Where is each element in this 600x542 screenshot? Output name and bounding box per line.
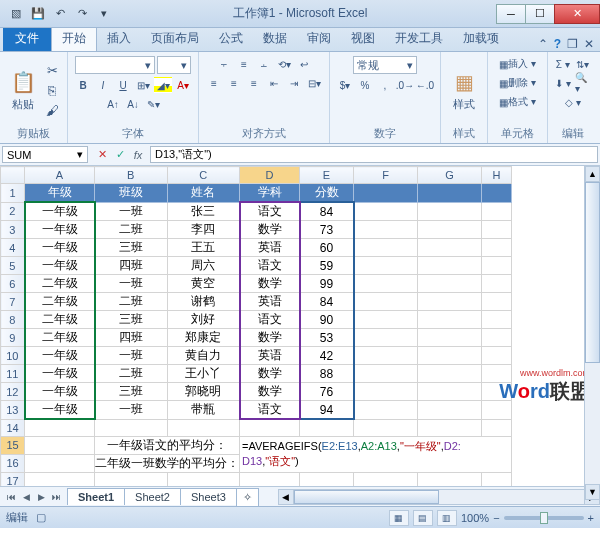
cell[interactable]: 分数 [300,184,354,203]
cell[interactable]: 二班 [95,293,168,311]
cell[interactable]: 郭晓明 [167,383,240,401]
cell[interactable]: 黄自力 [167,347,240,365]
tab-data[interactable]: 数据 [253,26,297,51]
row-header[interactable]: 9 [1,329,25,347]
cell[interactable]: 姓名 [167,184,240,203]
grow-font-icon[interactable]: A↑ [104,96,122,112]
cell[interactable]: 谢鹤 [167,293,240,311]
cell[interactable]: 数学 [240,383,300,401]
cell[interactable]: 语文 [240,257,300,275]
vertical-scrollbar[interactable]: ▲ ▼ [584,166,600,500]
row-header[interactable]: 4 [1,239,25,257]
cell[interactable]: 英语 [240,239,300,257]
page-layout-view-icon[interactable]: ▤ [413,510,433,526]
select-all-corner[interactable] [1,167,25,184]
cell[interactable] [354,311,418,329]
styles-button[interactable]: ▦ 样式 [447,67,481,114]
worksheet-grid[interactable]: A B C D E F G H 1 年级 班级 姓名 学科 分数 2 一年级 一… [0,166,600,486]
number-format-select[interactable]: 常规▾ [353,56,417,74]
name-box-dropdown-icon[interactable]: ▾ [77,148,83,161]
file-tab[interactable]: 文件 [3,26,51,51]
cell[interactable]: 周六 [167,257,240,275]
sheet-nav-first-icon[interactable]: ⏮ [4,492,18,502]
cell[interactable] [354,329,418,347]
active-cell-formula[interactable]: =AVERAGEIFS(E2:E13,A2:A13,"一年级",D2:D13,"… [240,436,512,472]
cell[interactable]: 一年级 [25,401,95,420]
row-header[interactable]: 5 [1,257,25,275]
cell[interactable]: 四班 [95,257,168,275]
shrink-font-icon[interactable]: A↓ [124,96,142,112]
row-header[interactable]: 2 [1,202,25,221]
cell[interactable]: 数学 [240,275,300,293]
increase-indent-icon[interactable]: ⇥ [285,75,303,91]
cell[interactable]: 一年级 [25,347,95,365]
row-header[interactable]: 8 [1,311,25,329]
cell[interactable] [482,184,512,203]
cell[interactable]: 王小丫 [167,365,240,383]
row-header[interactable]: 1 [1,184,25,203]
zoom-in-icon[interactable]: + [588,512,594,524]
cell[interactable]: 英语 [240,347,300,365]
tab-insert[interactable]: 插入 [97,26,141,51]
cell[interactable]: 二年级 [25,329,95,347]
col-header-F[interactable]: F [354,167,418,184]
cell[interactable]: 年级 [25,184,95,203]
font-color-button[interactable]: A▾ [174,77,192,93]
align-left-icon[interactable]: ≡ [205,75,223,91]
tab-page-layout[interactable]: 页面布局 [141,26,209,51]
cell[interactable]: 数学 [240,365,300,383]
cell[interactable]: 一班 [95,202,168,221]
row-header[interactable]: 11 [1,365,25,383]
cell[interactable]: 二班 [95,365,168,383]
cell[interactable] [482,257,512,275]
decrease-decimal-icon[interactable]: ←.0 [416,77,434,93]
cell[interactable]: 李四 [167,221,240,239]
excel-icon[interactable]: ▧ [6,4,26,24]
sheet-nav-last-icon[interactable]: ⏭ [49,492,63,502]
cell[interactable]: 一年级 [25,257,95,275]
autosum-button[interactable]: Σ ▾ [554,56,572,72]
col-header-C[interactable]: C [167,167,240,184]
cell[interactable]: 一年级 [25,239,95,257]
cell[interactable]: 二年级一班数学的平均分： [95,454,240,472]
copy-icon[interactable]: ⎘ [43,81,61,99]
minimize-ribbon-icon[interactable]: ⌃ [538,37,548,51]
decrease-indent-icon[interactable]: ⇤ [265,75,283,91]
cell[interactable] [354,257,418,275]
row-header[interactable]: 14 [1,419,25,436]
zoom-out-icon[interactable]: − [493,512,499,524]
scroll-thumb[interactable] [585,182,600,363]
cell[interactable] [354,184,418,203]
maximize-button[interactable]: ☐ [525,4,555,24]
comma-icon[interactable]: , [376,77,394,93]
tab-developer[interactable]: 开发工具 [385,26,453,51]
col-header-B[interactable]: B [95,167,168,184]
cell[interactable] [354,275,418,293]
cell[interactable] [418,383,482,401]
cell[interactable]: 一年级 [25,365,95,383]
cell[interactable] [418,221,482,239]
cell[interactable]: 郑康定 [167,329,240,347]
row-header[interactable]: 16 [1,454,25,472]
find-button[interactable]: 🔍▾ [574,75,592,91]
formula-input[interactable]: D13,"语文") [150,146,598,163]
cell[interactable] [482,275,512,293]
cell[interactable] [482,311,512,329]
fx-icon[interactable]: fx [130,149,146,161]
cell[interactable]: 53 [300,329,354,347]
row-header[interactable]: 10 [1,347,25,365]
font-size-select[interactable]: ▾ [157,56,191,74]
cell[interactable]: 黄空 [167,275,240,293]
align-bottom-icon[interactable]: ⫠ [255,56,273,72]
close-button[interactable]: ✕ [554,4,600,24]
normal-view-icon[interactable]: ▦ [389,510,409,526]
qat-dropdown-icon[interactable]: ▾ [94,4,114,24]
tab-addins[interactable]: 加载项 [453,26,509,51]
row-header[interactable]: 15 [1,436,25,454]
cell[interactable]: 76 [300,383,354,401]
font-name-select[interactable]: ▾ [75,56,155,74]
cancel-formula-icon[interactable]: ✕ [94,148,110,161]
sheet-nav-prev-icon[interactable]: ◀ [19,492,33,502]
format-cells-button[interactable]: ▦ 格式 ▾ [494,94,541,110]
cell[interactable] [482,383,512,401]
